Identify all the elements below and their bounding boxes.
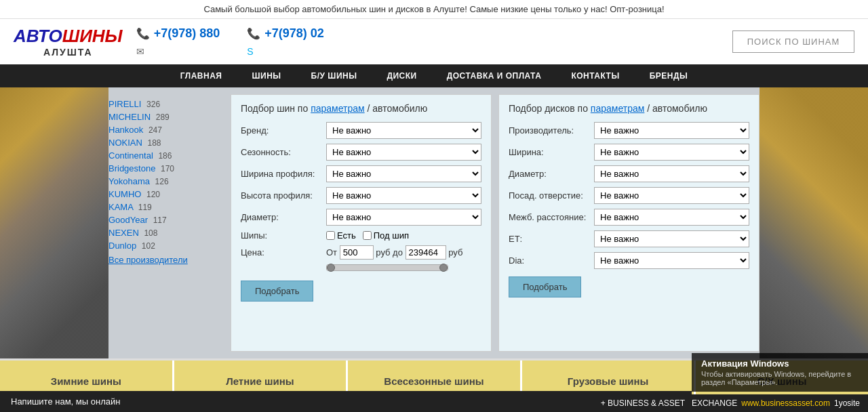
bg-left-image — [0, 87, 108, 358]
search-box[interactable]: ПОИСК ПО ШИНАМ — [732, 30, 854, 53]
price-from-input[interactable] — [340, 245, 374, 260]
discs-width-select[interactable]: Не важно — [594, 144, 749, 161]
discs-width-label: Ширина: — [509, 147, 590, 157]
discs-et-select[interactable]: Не важно — [594, 230, 749, 247]
price-values: От руб до руб — [326, 245, 462, 260]
logo-part1: АВТО — [14, 26, 62, 46]
tires-submit-button[interactable]: Подобрать — [241, 281, 313, 302]
discs-diameter-select[interactable]: Не важно — [594, 165, 749, 182]
business-banner: + BUSINESS & ASSET EXCHANGE www.business… — [593, 394, 868, 402]
header-phones: 📞 +7(978) 880 ✉ 📞 +7(978) 02 S — [136, 26, 719, 57]
discs-dia-row: Dia: Не важно — [509, 252, 749, 269]
brand-dunlop[interactable]: Dunlop 102 — [108, 239, 224, 252]
brand-yokohama[interactable]: Yokohama 126 — [108, 175, 224, 188]
skype-icon: S — [247, 46, 253, 57]
slider-track — [327, 265, 448, 270]
logo-title: АВТОШИНЫ — [14, 26, 123, 47]
phone-icon-1: 📞 — [136, 27, 150, 40]
tires-season-select[interactable]: Не важно — [326, 144, 481, 161]
discs-filter-panel: Подбор дисков по параметрам / автомобилю… — [498, 94, 760, 352]
phone-row-2: 📞 +7(978) 02 — [247, 26, 324, 41]
tires-price-label: Цена: — [241, 247, 322, 258]
tires-brand-select[interactable]: Не важно — [326, 122, 481, 139]
nav-brands[interactable]: БРЕНДЫ — [635, 64, 703, 87]
business-site-link[interactable]: www.businessasset.com — [741, 398, 830, 402]
nav-discs[interactable]: ДИСКИ — [372, 64, 431, 87]
tires-brand-row: Бренд: Не важно — [241, 122, 481, 139]
brand-continental[interactable]: Continental 186 — [108, 149, 224, 162]
price-to-input[interactable] — [406, 245, 446, 260]
email-row: ✉ — [136, 46, 220, 57]
discs-hole-label: Посад. отверстие: — [509, 190, 590, 201]
tires-price-row: Цена: От руб до руб — [241, 245, 481, 260]
brand-bridgestone[interactable]: Bridgestone 170 — [108, 162, 224, 175]
discs-diameter-label: Диаметр: — [509, 169, 590, 179]
discs-filter-car-link[interactable]: автомобилю — [652, 103, 707, 114]
discs-filter-title: Подбор дисков по параметрам / автомобилю — [509, 103, 749, 114]
nav-used-tires[interactable]: Б/У ШИНЫ — [296, 64, 372, 87]
discs-manufacturer-row: Производитель: Не важно — [509, 122, 749, 139]
tires-height-row: Высота профиля: Не важно — [241, 187, 481, 204]
phone-row-1: 📞 +7(978) 880 — [136, 26, 220, 41]
price-slider[interactable] — [326, 264, 448, 271]
tires-filter-car-link[interactable]: автомобилю — [372, 103, 427, 114]
nav-tires[interactable]: ШИНЫ — [237, 64, 296, 87]
tires-width-row: Ширина профиля: Не важно — [241, 165, 481, 182]
tires-height-label: Высота профиля: — [241, 190, 322, 201]
tires-diameter-select[interactable]: Не важно — [326, 209, 481, 226]
slider-handle-left[interactable] — [327, 264, 335, 272]
tires-filter-title: Подбор шин по параметрам / автомобилю — [241, 103, 481, 114]
tires-filter-params-link[interactable]: параметрам — [311, 103, 365, 114]
discs-manufacturer-select[interactable]: Не важно — [594, 122, 749, 139]
phone-col-2: 📞 +7(978) 02 S — [247, 26, 324, 57]
nav-contacts[interactable]: КОНТАКТЫ — [556, 64, 634, 87]
all-brands-link[interactable]: Все производители — [108, 255, 224, 265]
spikes-under-checkbox[interactable] — [363, 231, 372, 240]
discs-spacing-label: Межб. расстояние: — [509, 212, 590, 222]
brand-goodyear[interactable]: GoodYear 117 — [108, 213, 224, 226]
price-from-static: От — [326, 247, 340, 258]
main-nav: ГЛАВНАЯ ШИНЫ Б/У ШИНЫ ДИСКИ ДОСТАВКА И О… — [0, 64, 868, 87]
discs-filter-params-link[interactable]: параметрам — [591, 103, 645, 114]
brand-kumho[interactable]: KUMHO 120 — [108, 188, 224, 201]
nav-delivery[interactable]: ДОСТАВКА И ОПЛАТА — [432, 64, 557, 87]
discs-manufacturer-label: Производитель: — [509, 125, 590, 136]
discs-submit-button[interactable]: Подобрать — [509, 276, 581, 297]
tires-width-select[interactable]: Не важно — [326, 165, 481, 182]
business-label: + BUSINESS & ASSET EXCHANGE — [601, 398, 738, 402]
nav-home[interactable]: ГЛАВНАЯ — [165, 64, 237, 87]
brand-kama[interactable]: KAMA 119 — [108, 201, 224, 213]
header: АВТОШИНЫ АЛУШТА 📞 +7(978) 880 ✉ 📞 +7(978… — [0, 19, 868, 64]
phone-icon-2: 📞 — [247, 27, 260, 40]
tires-season-label: Сезонность: — [241, 147, 322, 157]
brand-michelin[interactable]: MICHELIN 289 — [108, 110, 224, 123]
brand-nokian[interactable]: NOKIAN 188 — [108, 136, 224, 149]
skype-row: S — [247, 46, 324, 57]
logo-part2: ШИНЫ — [62, 26, 123, 46]
slider-handle-right[interactable] — [439, 264, 448, 272]
logo: АВТОШИНЫ АЛУШТА — [14, 26, 123, 58]
filters-area: Подбор шин по параметрам / автомобилю Бр… — [231, 94, 760, 352]
spikes-under-label[interactable]: Под шип — [363, 230, 409, 241]
top-banner-text: Самый большой выбор автомобильных шин и … — [203, 4, 664, 14]
win-activation-title: Активация Windows — [701, 358, 859, 369]
logo-subtitle: АЛУШТА — [43, 47, 93, 58]
discs-hole-select[interactable]: Не важно — [594, 187, 749, 204]
discs-et-label: ЕТ: — [509, 234, 590, 244]
phone-link-1[interactable]: +7(978) 880 — [154, 26, 220, 41]
sidebar: PIRELLI 326 MICHELIN 289 Hankook 247 NOK… — [108, 94, 224, 352]
spikes-yes-label[interactable]: Есть — [326, 230, 356, 241]
discs-dia-select[interactable]: Не важно — [594, 252, 749, 269]
discs-spacing-select[interactable]: Не важно — [594, 209, 749, 226]
phone-link-2[interactable]: +7(978) 02 — [264, 26, 324, 41]
spikes-options: Есть Под шип — [326, 230, 409, 241]
email-icon: ✉ — [136, 46, 144, 57]
discs-dia-label: Dia: — [509, 255, 590, 266]
brand-nexen[interactable]: NEXEN 108 — [108, 226, 224, 239]
chat-button[interactable]: Напишите нам, мы онлайн — [0, 391, 692, 402]
discs-spacing-row: Межб. расстояние: Не важно — [509, 209, 749, 226]
spikes-yes-checkbox[interactable] — [326, 231, 335, 240]
brand-pirelli[interactable]: PIRELLI 326 — [108, 98, 224, 110]
brand-hankook[interactable]: Hankook 247 — [108, 123, 224, 136]
tires-height-select[interactable]: Не важно — [326, 187, 481, 204]
